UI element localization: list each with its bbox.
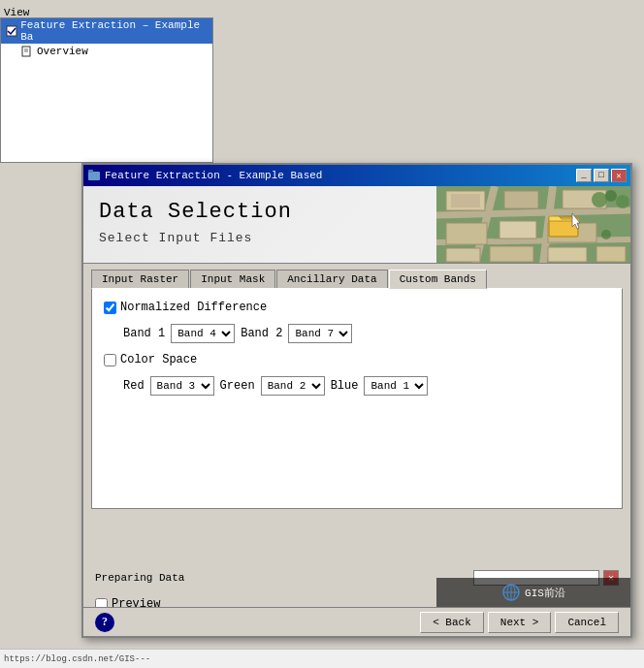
- modal-dialog: Feature Extraction - Example Based _ □ ✕…: [81, 163, 632, 638]
- svg-rect-16: [499, 221, 536, 239]
- app-icon: [87, 169, 101, 182]
- color-space-row: Color Space: [104, 353, 610, 366]
- normalized-difference-row: Normalized Difference: [104, 301, 610, 314]
- title-buttons: _ □ ✕: [576, 169, 627, 182]
- color-space-label[interactable]: Color Space: [104, 353, 197, 366]
- gis-watermark: GIS前沿: [436, 578, 630, 607]
- svg-point-25: [601, 230, 611, 239]
- svg-line-9: [436, 210, 630, 215]
- tree-checkbox-icon: [5, 24, 17, 38]
- bg-tree-item2[interactable]: Overview: [1, 44, 212, 59]
- svg-rect-19: [490, 246, 533, 262]
- tab-ancillary-data[interactable]: Ancillary Data: [276, 270, 387, 289]
- svg-rect-20: [548, 247, 587, 262]
- tree-doc-icon: [20, 45, 34, 58]
- aerial-photo: [436, 186, 630, 264]
- normalized-difference-label[interactable]: Normalized Difference: [104, 301, 267, 314]
- nav-buttons: < Back Next > Cancel: [420, 612, 619, 633]
- cancel-button[interactable]: Cancel: [555, 612, 619, 633]
- svg-rect-5: [88, 170, 93, 173]
- svg-point-23: [605, 190, 617, 202]
- band1-label: Band 1: [123, 327, 165, 340]
- green-label: Green: [220, 379, 255, 393]
- bg-tree: Feature Extraction – Example Ba Overview: [0, 17, 213, 163]
- tab-custom-bands[interactable]: Custom Bands: [389, 270, 487, 289]
- modal-titlebar: Feature Extraction - Example Based _ □ ✕: [83, 165, 630, 186]
- red-label: Red: [123, 379, 145, 393]
- maximize-button[interactable]: □: [594, 169, 609, 182]
- header-subtitle: Select Input Files: [99, 231, 252, 245]
- svg-rect-18: [446, 248, 480, 262]
- band2-select[interactable]: Band 7 Band 1 Band 2 Band 3 Band 4 Band …: [288, 324, 352, 343]
- svg-point-24: [616, 195, 629, 208]
- tabs-container: Input Raster Input Mask Ancillary Data C…: [83, 264, 630, 288]
- back-button[interactable]: < Back: [420, 612, 484, 633]
- status-label: Preparing Data: [95, 572, 184, 584]
- band1-select[interactable]: Band 4 Band 1 Band 2 Band 3 Band 5 Band …: [171, 324, 235, 343]
- svg-point-22: [592, 192, 607, 207]
- tree-item1-label: Feature Extraction – Example Ba: [20, 19, 209, 43]
- close-button[interactable]: ✕: [611, 169, 627, 182]
- svg-rect-4: [88, 172, 100, 180]
- gis-watermark-text: GIS前沿: [525, 586, 565, 600]
- normalized-difference-checkbox[interactable]: [104, 302, 116, 314]
- folder-icon[interactable]: [545, 206, 582, 242]
- tab-input-raster[interactable]: Input Raster: [91, 270, 189, 289]
- tree-item2-label: Overview: [37, 46, 88, 57]
- svg-rect-21: [596, 246, 626, 262]
- bg-tree-item1[interactable]: Feature Extraction – Example Ba: [1, 18, 212, 44]
- blue-select[interactable]: Band 1 Band 2 Band 3 Band 4 Band 5 Band …: [364, 376, 428, 396]
- modal-header: Data Selection Select Input Files: [83, 186, 630, 264]
- next-button[interactable]: Next >: [488, 612, 552, 633]
- svg-rect-15: [446, 223, 487, 244]
- green-select[interactable]: Band 2 Band 1 Band 3 Band 4 Band 5 Band …: [261, 376, 325, 396]
- color-space-checkbox[interactable]: [104, 354, 116, 366]
- header-title: Data Selection: [99, 200, 292, 224]
- svg-rect-12: [451, 194, 480, 207]
- modal-content: Normalized Difference Band 1 Band 4 Band…: [91, 288, 623, 509]
- url-text: https://blog.csdn.net/GIS---: [4, 654, 150, 664]
- svg-rect-13: [504, 191, 538, 208]
- band-row: Band 1 Band 4 Band 1 Band 2 Band 3 Band …: [104, 324, 610, 343]
- red-select[interactable]: Band 3 Band 1 Band 2 Band 4 Band 5 Band …: [150, 376, 214, 396]
- minimize-button[interactable]: _: [576, 169, 592, 182]
- rgb-row: Red Band 3 Band 1 Band 2 Band 4 Band 5 B…: [104, 376, 610, 396]
- url-bar: https://blog.csdn.net/GIS---: [0, 649, 644, 668]
- modal-buttons: ? < Back Next > Cancel: [83, 607, 630, 636]
- band2-label: Band 2: [241, 327, 282, 340]
- blue-label: Blue: [331, 379, 359, 393]
- help-button[interactable]: ?: [95, 613, 114, 632]
- modal-title-text: Feature Extraction - Example Based: [105, 170, 322, 181]
- title-left: Feature Extraction - Example Based: [87, 169, 322, 182]
- tab-input-mask[interactable]: Input Mask: [190, 270, 275, 289]
